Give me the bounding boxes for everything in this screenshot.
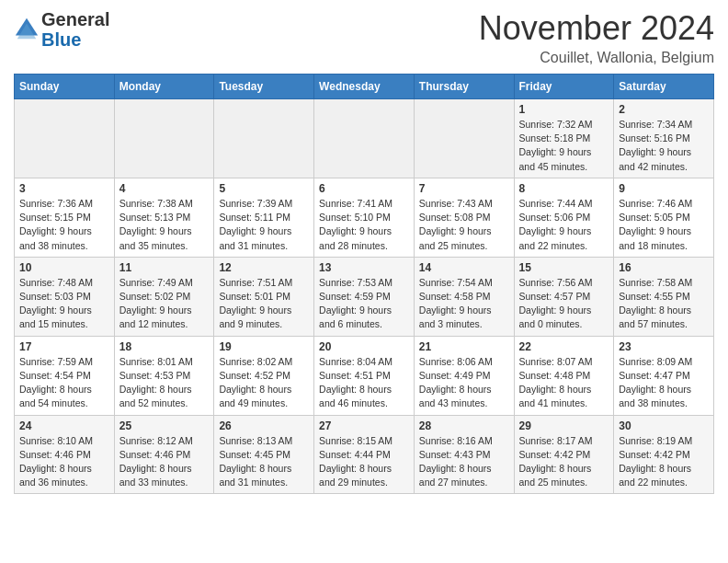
calendar-cell: 2Sunrise: 7:34 AM Sunset: 5:16 PM Daylig… [614, 99, 714, 178]
calendar-table: Sunday Monday Tuesday Wednesday Thursday… [14, 74, 714, 494]
calendar-cell: 24Sunrise: 8:10 AM Sunset: 4:46 PM Dayli… [15, 415, 115, 494]
day-number: 16 [619, 261, 709, 274]
calendar-header: Sunday Monday Tuesday Wednesday Thursday… [15, 75, 714, 99]
day-number: 8 [519, 182, 609, 195]
day-number: 5 [219, 182, 309, 195]
day-info: Sunrise: 7:43 AM Sunset: 5:08 PM Dayligh… [419, 197, 509, 253]
day-info: Sunrise: 8:07 AM Sunset: 4:48 PM Dayligh… [519, 355, 609, 411]
day-info: Sunrise: 7:49 AM Sunset: 5:02 PM Dayligh… [119, 276, 210, 332]
calendar-cell: 8Sunrise: 7:44 AM Sunset: 5:06 PM Daylig… [514, 178, 614, 257]
calendar-week-4: 17Sunrise: 7:59 AM Sunset: 4:54 PM Dayli… [15, 336, 714, 415]
day-number: 30 [619, 419, 709, 432]
day-info: Sunrise: 7:39 AM Sunset: 5:11 PM Dayligh… [219, 197, 309, 253]
weekday-monday: Monday [114, 75, 214, 99]
day-info: Sunrise: 8:19 AM Sunset: 4:42 PM Dayligh… [619, 434, 709, 490]
day-number: 6 [319, 182, 409, 195]
day-info: Sunrise: 8:17 AM Sunset: 4:42 PM Dayligh… [519, 434, 609, 490]
calendar-cell: 18Sunrise: 8:01 AM Sunset: 4:53 PM Dayli… [114, 336, 214, 415]
day-number: 4 [119, 182, 210, 195]
day-info: Sunrise: 8:10 AM Sunset: 4:46 PM Dayligh… [19, 434, 109, 490]
day-info: Sunrise: 7:44 AM Sunset: 5:06 PM Dayligh… [519, 197, 609, 253]
day-number: 24 [19, 419, 109, 432]
weekday-friday: Friday [514, 75, 614, 99]
calendar-cell [214, 99, 314, 178]
day-number: 26 [219, 419, 309, 432]
day-number: 13 [319, 261, 409, 274]
calendar-body: 1Sunrise: 7:32 AM Sunset: 5:18 PM Daylig… [15, 99, 714, 494]
calendar-cell: 17Sunrise: 7:59 AM Sunset: 4:54 PM Dayli… [15, 336, 115, 415]
weekday-row: Sunday Monday Tuesday Wednesday Thursday… [15, 75, 714, 99]
calendar-cell: 4Sunrise: 7:38 AM Sunset: 5:13 PM Daylig… [114, 178, 214, 257]
day-info: Sunrise: 8:16 AM Sunset: 4:43 PM Dayligh… [419, 434, 509, 490]
day-number: 21 [419, 340, 509, 353]
day-number: 17 [19, 340, 109, 353]
day-info: Sunrise: 8:04 AM Sunset: 4:51 PM Dayligh… [319, 355, 409, 411]
day-number: 3 [19, 182, 109, 195]
day-info: Sunrise: 8:02 AM Sunset: 4:52 PM Dayligh… [219, 355, 309, 411]
day-number: 1 [519, 103, 609, 116]
day-info: Sunrise: 7:46 AM Sunset: 5:05 PM Dayligh… [619, 197, 709, 253]
calendar-cell: 15Sunrise: 7:56 AM Sunset: 4:57 PM Dayli… [514, 257, 614, 336]
day-number: 9 [619, 182, 709, 195]
day-info: Sunrise: 8:09 AM Sunset: 4:47 PM Dayligh… [619, 355, 709, 411]
calendar-cell: 19Sunrise: 8:02 AM Sunset: 4:52 PM Dayli… [214, 336, 314, 415]
day-info: Sunrise: 7:53 AM Sunset: 4:59 PM Dayligh… [319, 276, 409, 332]
calendar-week-1: 1Sunrise: 7:32 AM Sunset: 5:18 PM Daylig… [15, 99, 714, 178]
logo-icon [14, 17, 40, 42]
title-block: November 2024 Couillet, Wallonia, Belgiu… [479, 9, 714, 66]
page-container: General Blue November 2024 Couillet, Wal… [0, 0, 728, 503]
day-number: 29 [519, 419, 609, 432]
day-number: 12 [219, 261, 309, 274]
calendar-cell: 20Sunrise: 8:04 AM Sunset: 4:51 PM Dayli… [314, 336, 415, 415]
calendar-cell: 1Sunrise: 7:32 AM Sunset: 5:18 PM Daylig… [514, 99, 614, 178]
calendar-cell [15, 99, 115, 178]
day-number: 11 [119, 261, 210, 274]
day-info: Sunrise: 8:06 AM Sunset: 4:49 PM Dayligh… [419, 355, 509, 411]
day-info: Sunrise: 8:01 AM Sunset: 4:53 PM Dayligh… [119, 355, 210, 411]
calendar-cell [314, 99, 415, 178]
day-number: 19 [219, 340, 309, 353]
day-info: Sunrise: 7:56 AM Sunset: 4:57 PM Dayligh… [519, 276, 609, 332]
day-info: Sunrise: 7:32 AM Sunset: 5:18 PM Dayligh… [519, 118, 609, 174]
day-info: Sunrise: 7:54 AM Sunset: 4:58 PM Dayligh… [419, 276, 509, 332]
calendar-cell: 12Sunrise: 7:51 AM Sunset: 5:01 PM Dayli… [214, 257, 314, 336]
weekday-wednesday: Wednesday [314, 75, 415, 99]
calendar-cell: 22Sunrise: 8:07 AM Sunset: 4:48 PM Dayli… [514, 336, 614, 415]
day-number: 7 [419, 182, 509, 195]
calendar-week-3: 10Sunrise: 7:48 AM Sunset: 5:03 PM Dayli… [15, 257, 714, 336]
day-info: Sunrise: 7:58 AM Sunset: 4:55 PM Dayligh… [619, 276, 709, 332]
page-header: General Blue November 2024 Couillet, Wal… [14, 9, 714, 66]
day-number: 23 [619, 340, 709, 353]
weekday-thursday: Thursday [414, 75, 514, 99]
day-info: Sunrise: 7:38 AM Sunset: 5:13 PM Dayligh… [119, 197, 210, 253]
day-number: 22 [519, 340, 609, 353]
calendar-cell: 3Sunrise: 7:36 AM Sunset: 5:15 PM Daylig… [15, 178, 115, 257]
calendar-cell: 30Sunrise: 8:19 AM Sunset: 4:42 PM Dayli… [614, 415, 714, 494]
month-title: November 2024 [479, 9, 714, 48]
day-info: Sunrise: 8:13 AM Sunset: 4:45 PM Dayligh… [219, 434, 309, 490]
day-info: Sunrise: 7:51 AM Sunset: 5:01 PM Dayligh… [219, 276, 309, 332]
calendar-cell: 16Sunrise: 7:58 AM Sunset: 4:55 PM Dayli… [614, 257, 714, 336]
calendar-cell: 5Sunrise: 7:39 AM Sunset: 5:11 PM Daylig… [214, 178, 314, 257]
calendar-cell: 14Sunrise: 7:54 AM Sunset: 4:58 PM Dayli… [414, 257, 514, 336]
calendar-cell: 6Sunrise: 7:41 AM Sunset: 5:10 PM Daylig… [314, 178, 415, 257]
logo: General Blue [14, 9, 109, 50]
calendar-cell: 9Sunrise: 7:46 AM Sunset: 5:05 PM Daylig… [614, 178, 714, 257]
calendar-cell: 28Sunrise: 8:16 AM Sunset: 4:43 PM Dayli… [414, 415, 514, 494]
calendar-week-5: 24Sunrise: 8:10 AM Sunset: 4:46 PM Dayli… [15, 415, 714, 494]
calendar-cell: 23Sunrise: 8:09 AM Sunset: 4:47 PM Dayli… [614, 336, 714, 415]
calendar-cell: 11Sunrise: 7:49 AM Sunset: 5:02 PM Dayli… [114, 257, 214, 336]
day-number: 15 [519, 261, 609, 274]
day-info: Sunrise: 8:15 AM Sunset: 4:44 PM Dayligh… [319, 434, 409, 490]
calendar-cell: 26Sunrise: 8:13 AM Sunset: 4:45 PM Dayli… [214, 415, 314, 494]
day-number: 10 [19, 261, 109, 274]
calendar-cell: 10Sunrise: 7:48 AM Sunset: 5:03 PM Dayli… [15, 257, 115, 336]
day-info: Sunrise: 8:12 AM Sunset: 4:46 PM Dayligh… [119, 434, 210, 490]
day-number: 18 [119, 340, 210, 353]
weekday-tuesday: Tuesday [214, 75, 314, 99]
day-info: Sunrise: 7:41 AM Sunset: 5:10 PM Dayligh… [319, 197, 409, 253]
day-number: 25 [119, 419, 210, 432]
weekday-sunday: Sunday [15, 75, 115, 99]
calendar-cell: 21Sunrise: 8:06 AM Sunset: 4:49 PM Dayli… [414, 336, 514, 415]
location-label: Couillet, Wallonia, Belgium [479, 50, 714, 66]
